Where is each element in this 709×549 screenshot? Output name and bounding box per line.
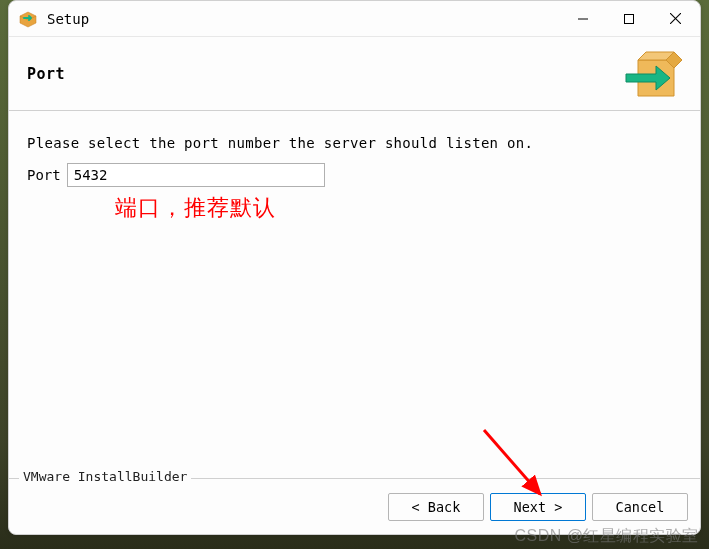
header: Port [9, 37, 700, 111]
next-button[interactable]: Next > [490, 493, 586, 521]
port-field-row: Port [27, 163, 682, 187]
titlebar: Setup [9, 1, 700, 37]
maximize-button[interactable] [606, 2, 652, 36]
svg-rect-1 [625, 14, 634, 23]
window-title: Setup [47, 11, 560, 27]
port-label: Port [27, 167, 61, 183]
button-bar: < Back Next > Cancel [388, 493, 688, 521]
watermark: CSDN @红星编程实验室 [514, 526, 699, 547]
minimize-button[interactable] [560, 2, 606, 36]
cancel-button[interactable]: Cancel [592, 493, 688, 521]
port-input[interactable] [67, 163, 325, 187]
builder-label: VMware InstallBuilder [19, 469, 191, 484]
setup-window: Setup Port Please select the port number… [8, 0, 701, 535]
page-title: Port [27, 65, 65, 83]
app-icon [19, 10, 37, 28]
close-button[interactable] [652, 2, 698, 36]
instruction-text: Please select the port number the server… [27, 135, 682, 151]
annotation-text: 端口，推荐默认 [115, 193, 276, 223]
content-area: Please select the port number the server… [9, 111, 700, 478]
box-arrow-icon [622, 46, 682, 102]
back-button[interactable]: < Back [388, 493, 484, 521]
